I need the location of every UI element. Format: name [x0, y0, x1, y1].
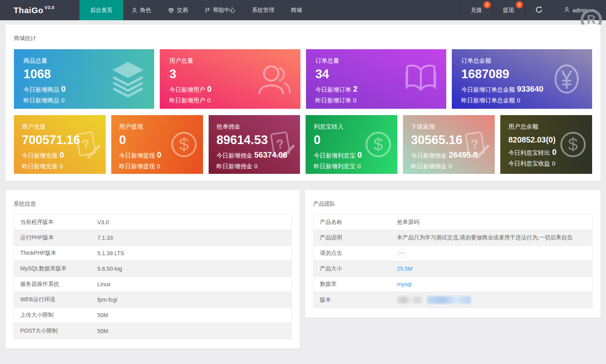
refresh-button[interactable]: [525, 0, 553, 20]
withdraw-link[interactable]: 提现 0: [492, 0, 525, 20]
nav-item-system-manage[interactable]: 系统管理: [244, 0, 283, 20]
svg-text:$: $: [374, 135, 383, 154]
dollar-circle-icon: $: [362, 128, 395, 161]
stat-card-user-total-balance: 用户总余额 820852.03(0) 今日利息宝转出0 今日利息宝收益0 $: [500, 115, 592, 174]
layers-icon: [107, 58, 149, 100]
big-stat-cards: 商品总量 1068 今日新增商品0 昨日新增商品0 用户总量 3 今日新增用户0…: [14, 49, 592, 109]
svg-text:?: ?: [81, 137, 91, 152]
table-row: 服务器操作系统Linux: [14, 277, 291, 292]
doc-question-pencil-icon: ?: [263, 127, 298, 162]
admin-dashboard: R ThaiGoV3.0 后台首页 角色 交易 帮助中心 系统管理 商城 充值 …: [0, 0, 606, 364]
stat-card-orders-total: 订单总量 34 今日新增订单2 昨日新增订单0: [306, 49, 446, 109]
stat-card-users-total: 用户总量 3 今日新增用户0 昨日新增用户0: [160, 49, 300, 109]
book-icon: [401, 59, 441, 99]
small-stat-cards: 用户充值 700571.16 今日新增充值0 昨日新增充值0 ? 用户提现 0 …: [14, 115, 592, 174]
main-content: 商城统计 商品总量 1068 今日新增商品0 昨日新增商品0 用户总量 3 今日…: [0, 25, 606, 349]
table-row: 产品说明本产品只为学习测试交流,请勿要做商业或者用于违法行为,一切后果自负: [314, 230, 592, 246]
table-row: 版本: [314, 292, 592, 308]
product-team-panel: 产品团队 产品名称抢单源码 产品说明本产品只为学习测试交流,请勿要做商业或者用于…: [305, 190, 600, 318]
top-navbar: ThaiGoV3.0 后台首页 角色 交易 帮助中心 系统管理 商城 充值 0 …: [0, 0, 606, 20]
svg-text:$: $: [568, 135, 578, 154]
table-row: 运行PHP版本7.1.33: [14, 230, 291, 246]
nav-item-help-center[interactable]: 帮助中心: [196, 0, 244, 20]
table-row: WEB运行环境fpm-fcgi: [14, 292, 291, 308]
table-row: ThinkPHP版本5.1.38 LTS: [14, 246, 291, 261]
database-link[interactable]: mysql: [397, 281, 412, 287]
stat-card-goods-total: 商品总量 1068 今日新增商品0 昨日新增商品0: [14, 49, 154, 109]
table-row: MySQL数据库版本5.6.50-log: [14, 261, 291, 277]
dollar-circle-icon: $: [167, 128, 201, 161]
nav-item-roles[interactable]: 角色: [123, 0, 159, 20]
nav-item-mall[interactable]: 商城: [283, 0, 310, 20]
flag-icon: [205, 7, 211, 13]
user-icon: [132, 7, 137, 13]
stat-card-order-amount-total: 订单总金额 1687089 今日新增订单总金额933640 昨日新增订单总金额0: [452, 49, 592, 109]
blurred-version-value: [397, 296, 588, 304]
svg-text:$: $: [179, 135, 188, 154]
product-team-title: 产品团队: [313, 200, 592, 208]
bottom-panels: 系统信息 当前程序版本V3.0 运行PHP版本7.1.33 ThinkPHP版本…: [6, 190, 600, 349]
withdraw-badge: 0: [516, 1, 523, 8]
table-row: 数据库mysql: [314, 277, 592, 292]
svg-text:?: ?: [275, 137, 285, 152]
product-size-link[interactable]: 25.5M: [397, 266, 412, 272]
table-row: 上传大小限制50M: [14, 308, 291, 323]
stats-title: 商城统计: [14, 35, 592, 42]
system-info-table: 当前程序版本V3.0 运行PHP版本7.1.33 ThinkPHP版本5.1.3…: [14, 214, 292, 339]
stat-card-grab-commission: 抢单佣金 89614.53 今日新增佣金56374.06 昨日新增佣金0 ?: [209, 115, 300, 174]
brand-version: V3.0: [45, 5, 54, 10]
system-info-title: 系统信息: [14, 200, 292, 208]
table-row: POST大小限制50M: [14, 323, 291, 339]
brand-name: ThaiGo: [14, 6, 43, 15]
dollar-circle-icon: $: [556, 128, 590, 161]
table-row: 产品名称抢单源码: [314, 215, 592, 230]
user-avatar-icon: [564, 6, 570, 14]
table-row: 请勿点击404: [314, 246, 592, 261]
mall-stats-panel: 商城统计 商品总量 1068 今日新增商品0 昨日新增商品0 用户总量 3 今日…: [6, 25, 600, 181]
table-row: 产品大小25.5M: [314, 261, 592, 277]
404-badge: 404: [397, 249, 406, 258]
main-menu: 后台首页 角色 交易 帮助中心 系统管理 商城: [79, 0, 310, 20]
recharge-badge: 0: [484, 1, 491, 8]
doc-question-pencil-icon: ?: [458, 127, 492, 162]
table-row: 当前程序版本V3.0: [14, 215, 291, 230]
yen-circle-icon: [547, 59, 587, 99]
refresh-icon: [535, 6, 543, 15]
stat-card-interest-transfer-in: 利息宝转入 0 今日新增利息宝0 昨日新增利息宝0 $: [306, 115, 397, 174]
stat-card-user-withdraw: 用户提现 0 今日新增提现0 昨日新增提现0 $: [111, 115, 203, 174]
system-info-panel: 系统信息 当前程序版本V3.0 运行PHP版本7.1.33 ThinkPHP版本…: [6, 190, 300, 349]
recharge-link[interactable]: 充值 0: [460, 0, 492, 20]
nav-item-trade[interactable]: 交易: [159, 0, 196, 20]
product-team-table: 产品名称抢单源码 产品说明本产品只为学习测试交流,请勿要做商业或者用于违法行为,…: [313, 214, 592, 308]
stat-card-user-recharge: 用户充值 700571.16 今日新增充值0 昨日新增充值0 ?: [14, 115, 106, 174]
nav-item-dashboard[interactable]: 后台首页: [79, 0, 123, 20]
scales-icon: [168, 7, 174, 13]
doc-question-pencil-icon: ?: [69, 127, 103, 162]
stat-card-subordinate-rebate: 下级返佣 30565.16 今日新增佣金26495.8 昨日新增佣金0 ?: [403, 115, 495, 174]
users-icon: [254, 59, 295, 99]
brand-logo: ThaiGoV3.0: [0, 0, 79, 20]
svg-text:?: ?: [470, 137, 480, 152]
